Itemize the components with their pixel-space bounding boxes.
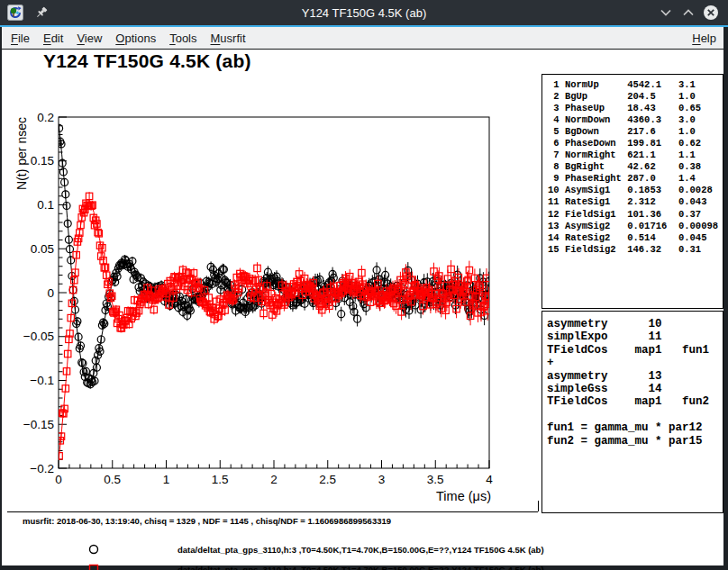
svg-text:−0.15: −0.15 <box>23 418 54 431</box>
parameter-row-ratesig2: 14 RateSig2 0.514 0.045 <box>548 232 723 244</box>
root-canvas[interactable]: Y124 TF150G 4.5K (ab) 00.511.522.533.54−… <box>2 50 723 565</box>
parameter-row-phasedown: 6 PhaseDown 199.81 0.62 <box>548 138 723 149</box>
menu-view[interactable]: View <box>71 29 107 48</box>
circle-marker-icon <box>87 543 100 556</box>
theory-text: asymmetry 10 simplExpo 11 TFieldCos map1… <box>547 318 723 448</box>
pin-icon[interactable] <box>34 5 49 20</box>
legend-item: data/deltat_pta_gps_3110,h:4 ,T0=4.50K,T… <box>7 563 538 570</box>
fit-info: musrfit: 2018-06-30, 13:19:40, chisq = 1… <box>23 516 391 526</box>
theory-curve <box>59 124 489 383</box>
close-button[interactable] <box>703 5 719 21</box>
y-axis-title: N(t) per nsec <box>14 117 29 190</box>
svg-text:0: 0 <box>47 286 54 300</box>
parameter-row-asymsig2: 13 AsymSig2 0.01716 0.00098 <box>548 221 723 232</box>
legend-item: data/deltat_pta_gps_3110,h:3 ,T0=4.50K,T… <box>7 543 538 557</box>
menubar: FileEditViewOptionsToolsMusrfit Help <box>2 27 723 50</box>
parameter-row-bgdown: 5 BgDown 217.6 1.0 <box>548 126 723 138</box>
menu-options[interactable]: Options <box>110 29 161 48</box>
legend-label: data/deltat_pta_gps_3110,h:3 ,T0=4.50K,T… <box>177 545 544 555</box>
parameter-row-phaseup: 3 PhaseUp 18.43 0.65 <box>548 103 723 114</box>
maximize-button[interactable] <box>680 5 696 21</box>
svg-text:0.05: 0.05 <box>31 242 54 256</box>
svg-text:2.5: 2.5 <box>319 473 336 486</box>
svg-text:−0.05: −0.05 <box>23 330 54 343</box>
window-title: Y124 TF150G 4.5K (ab) <box>0 6 728 20</box>
x-axis-title: Time (μs) <box>436 489 491 503</box>
svg-text:0: 0 <box>55 473 62 486</box>
parameter-row-ratesig1: 11 RateSig1 2.312 0.043 <box>548 196 723 208</box>
parameter-row-phaseright: 9 PhaseRight 287.0 1.4 <box>548 173 723 185</box>
theory-box: asymmetry 10 simplExpo 11 TFieldCos map1… <box>541 311 723 513</box>
menu-help[interactable]: Help <box>685 29 723 48</box>
svg-text:−0.1: −0.1 <box>30 374 54 387</box>
parameter-row-fieldsig2: 15 FieldSig2 146.32 0.31 <box>548 244 723 256</box>
parameter-box: 1 NormUp 4542.1 3.1 2 BgUp 204.5 1.0 3 P… <box>541 74 723 309</box>
svg-text:0.1: 0.1 <box>37 198 54 212</box>
svg-text:0.2: 0.2 <box>37 111 54 124</box>
parameter-row-normdown: 4 NormDown 4360.3 3.0 <box>548 114 723 126</box>
svg-text:0.5: 0.5 <box>104 473 121 486</box>
menu-tools[interactable]: Tools <box>164 29 202 48</box>
square-marker-icon <box>87 563 100 570</box>
root-app-icon <box>7 5 23 21</box>
data-series-h4 <box>56 192 492 460</box>
menu-edit[interactable]: Edit <box>38 29 68 48</box>
plot-area[interactable]: 00.511.522.533.54−0.2−0.15−0.1−0.0500.05… <box>2 50 542 512</box>
menu-items: FileEditViewOptionsToolsMusrfit <box>2 29 254 48</box>
svg-text:3: 3 <box>378 473 386 486</box>
parameter-row-bgright: 8 BgRight 42.62 0.38 <box>548 161 723 173</box>
svg-text:1.5: 1.5 <box>212 473 229 486</box>
parameter-row-normup: 1 NormUp 4542.1 3.1 <box>548 79 723 91</box>
svg-text:1: 1 <box>163 473 170 486</box>
svg-text:3.5: 3.5 <box>427 473 444 486</box>
svg-text:2: 2 <box>270 473 278 486</box>
info-pad: musrfit: 2018-06-30, 13:19:40, chisq = 1… <box>7 511 538 565</box>
parameter-row-asymsig1: 10 AsymSig1 0.1853 0.0028 <box>548 185 723 196</box>
titlebar[interactable]: Y124 TF150G 4.5K (ab) <box>0 0 728 25</box>
pad-divider <box>538 501 539 511</box>
legend-label: data/deltat_pta_gps_3110,h:4 ,T0=4.50K,T… <box>177 565 544 570</box>
parameter-row-fieldsig1: 12 FieldSig1 101.36 0.37 <box>548 209 723 221</box>
minimize-button[interactable] <box>658 5 674 21</box>
menu-file[interactable]: File <box>5 29 35 48</box>
svg-text:4: 4 <box>486 473 493 486</box>
svg-text:−0.2: −0.2 <box>30 462 54 475</box>
app-window: Y124 TF150G 4.5K (ab) FileEditViewOption… <box>0 0 728 570</box>
menu-musrfit[interactable]: Musrfit <box>205 29 251 48</box>
svg-text:0.15: 0.15 <box>31 154 54 167</box>
data-series-h3 <box>56 124 493 389</box>
parameter-row-bgup: 2 BgUp 204.5 1.0 <box>548 91 723 103</box>
parameter-row-normright: 7 NormRight 621.1 1.1 <box>548 149 723 161</box>
